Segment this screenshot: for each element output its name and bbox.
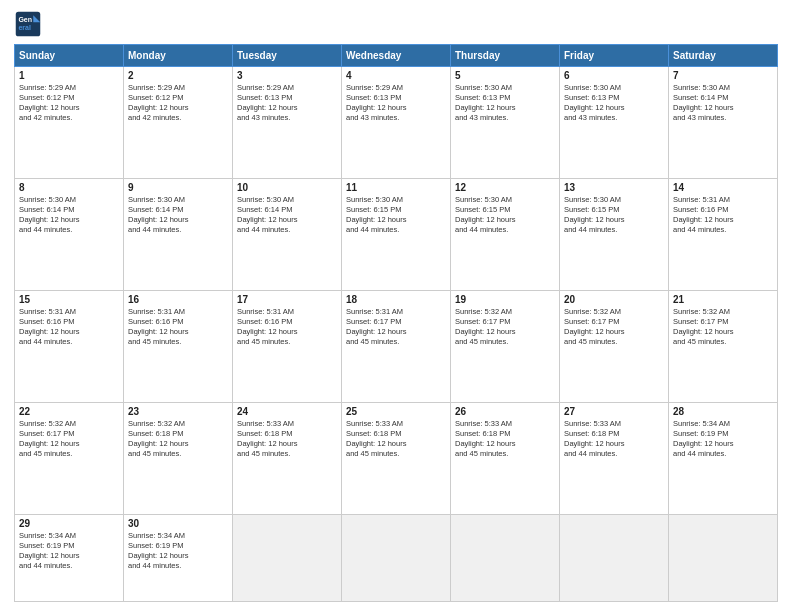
day-info: Sunrise: 5:34 AMSunset: 6:19 PMDaylight:…	[19, 531, 119, 572]
calendar-cell: 6Sunrise: 5:30 AMSunset: 6:13 PMDaylight…	[560, 67, 669, 179]
week-row-5: 29Sunrise: 5:34 AMSunset: 6:19 PMDayligh…	[15, 515, 778, 602]
calendar-cell: 10Sunrise: 5:30 AMSunset: 6:14 PMDayligh…	[233, 179, 342, 291]
calendar-cell	[669, 515, 778, 602]
calendar-table: Sunday Monday Tuesday Wednesday Thursday…	[14, 44, 778, 602]
day-number: 17	[237, 294, 337, 305]
day-info: Sunrise: 5:32 AMSunset: 6:18 PMDaylight:…	[128, 419, 228, 460]
day-info: Sunrise: 5:31 AMSunset: 6:16 PMDaylight:…	[237, 307, 337, 348]
calendar-cell: 16Sunrise: 5:31 AMSunset: 6:16 PMDayligh…	[124, 291, 233, 403]
day-info: Sunrise: 5:30 AMSunset: 6:13 PMDaylight:…	[564, 83, 664, 124]
day-number: 23	[128, 406, 228, 417]
day-number: 22	[19, 406, 119, 417]
col-friday: Friday	[560, 45, 669, 67]
day-number: 12	[455, 182, 555, 193]
day-number: 21	[673, 294, 773, 305]
calendar-cell: 15Sunrise: 5:31 AMSunset: 6:16 PMDayligh…	[15, 291, 124, 403]
calendar-cell	[451, 515, 560, 602]
calendar-cell: 23Sunrise: 5:32 AMSunset: 6:18 PMDayligh…	[124, 403, 233, 515]
calendar-cell: 13Sunrise: 5:30 AMSunset: 6:15 PMDayligh…	[560, 179, 669, 291]
day-number: 3	[237, 70, 337, 81]
col-monday: Monday	[124, 45, 233, 67]
day-number: 2	[128, 70, 228, 81]
calendar-cell: 9Sunrise: 5:30 AMSunset: 6:14 PMDaylight…	[124, 179, 233, 291]
day-info: Sunrise: 5:29 AMSunset: 6:12 PMDaylight:…	[19, 83, 119, 124]
col-sunday: Sunday	[15, 45, 124, 67]
day-number: 16	[128, 294, 228, 305]
calendar-cell: 29Sunrise: 5:34 AMSunset: 6:19 PMDayligh…	[15, 515, 124, 602]
calendar-cell: 19Sunrise: 5:32 AMSunset: 6:17 PMDayligh…	[451, 291, 560, 403]
day-number: 7	[673, 70, 773, 81]
calendar-cell: 1Sunrise: 5:29 AMSunset: 6:12 PMDaylight…	[15, 67, 124, 179]
day-info: Sunrise: 5:30 AMSunset: 6:15 PMDaylight:…	[455, 195, 555, 236]
day-number: 8	[19, 182, 119, 193]
calendar-cell: 11Sunrise: 5:30 AMSunset: 6:15 PMDayligh…	[342, 179, 451, 291]
svg-text:Gen: Gen	[18, 16, 32, 23]
week-row-2: 8Sunrise: 5:30 AMSunset: 6:14 PMDaylight…	[15, 179, 778, 291]
calendar-cell: 12Sunrise: 5:30 AMSunset: 6:15 PMDayligh…	[451, 179, 560, 291]
day-info: Sunrise: 5:31 AMSunset: 6:16 PMDaylight:…	[19, 307, 119, 348]
week-row-3: 15Sunrise: 5:31 AMSunset: 6:16 PMDayligh…	[15, 291, 778, 403]
calendar-cell: 8Sunrise: 5:30 AMSunset: 6:14 PMDaylight…	[15, 179, 124, 291]
calendar-cell: 17Sunrise: 5:31 AMSunset: 6:16 PMDayligh…	[233, 291, 342, 403]
calendar-cell: 4Sunrise: 5:29 AMSunset: 6:13 PMDaylight…	[342, 67, 451, 179]
day-number: 24	[237, 406, 337, 417]
day-info: Sunrise: 5:31 AMSunset: 6:16 PMDaylight:…	[128, 307, 228, 348]
day-info: Sunrise: 5:34 AMSunset: 6:19 PMDaylight:…	[128, 531, 228, 572]
col-wednesday: Wednesday	[342, 45, 451, 67]
calendar-cell	[560, 515, 669, 602]
logo: Gen eral	[14, 10, 46, 38]
day-info: Sunrise: 5:33 AMSunset: 6:18 PMDaylight:…	[346, 419, 446, 460]
col-thursday: Thursday	[451, 45, 560, 67]
day-number: 1	[19, 70, 119, 81]
day-info: Sunrise: 5:30 AMSunset: 6:14 PMDaylight:…	[673, 83, 773, 124]
calendar-cell: 2Sunrise: 5:29 AMSunset: 6:12 PMDaylight…	[124, 67, 233, 179]
calendar-cell: 7Sunrise: 5:30 AMSunset: 6:14 PMDaylight…	[669, 67, 778, 179]
day-number: 18	[346, 294, 446, 305]
calendar-cell: 30Sunrise: 5:34 AMSunset: 6:19 PMDayligh…	[124, 515, 233, 602]
calendar-cell: 20Sunrise: 5:32 AMSunset: 6:17 PMDayligh…	[560, 291, 669, 403]
calendar-cell	[342, 515, 451, 602]
day-info: Sunrise: 5:30 AMSunset: 6:13 PMDaylight:…	[455, 83, 555, 124]
day-number: 20	[564, 294, 664, 305]
page: Gen eral Sunday Monday Tuesday Wednesday…	[0, 0, 792, 612]
day-number: 26	[455, 406, 555, 417]
day-info: Sunrise: 5:29 AMSunset: 6:13 PMDaylight:…	[237, 83, 337, 124]
day-info: Sunrise: 5:30 AMSunset: 6:15 PMDaylight:…	[346, 195, 446, 236]
day-info: Sunrise: 5:32 AMSunset: 6:17 PMDaylight:…	[19, 419, 119, 460]
logo-icon: Gen eral	[14, 10, 42, 38]
calendar-cell: 21Sunrise: 5:32 AMSunset: 6:17 PMDayligh…	[669, 291, 778, 403]
day-info: Sunrise: 5:31 AMSunset: 6:16 PMDaylight:…	[673, 195, 773, 236]
day-info: Sunrise: 5:33 AMSunset: 6:18 PMDaylight:…	[237, 419, 337, 460]
day-number: 6	[564, 70, 664, 81]
calendar-cell: 22Sunrise: 5:32 AMSunset: 6:17 PMDayligh…	[15, 403, 124, 515]
day-info: Sunrise: 5:30 AMSunset: 6:14 PMDaylight:…	[19, 195, 119, 236]
calendar-cell: 5Sunrise: 5:30 AMSunset: 6:13 PMDaylight…	[451, 67, 560, 179]
day-info: Sunrise: 5:29 AMSunset: 6:13 PMDaylight:…	[346, 83, 446, 124]
calendar-cell	[233, 515, 342, 602]
day-number: 27	[564, 406, 664, 417]
week-row-1: 1Sunrise: 5:29 AMSunset: 6:12 PMDaylight…	[15, 67, 778, 179]
day-number: 15	[19, 294, 119, 305]
header: Gen eral	[14, 10, 778, 38]
day-number: 13	[564, 182, 664, 193]
day-info: Sunrise: 5:29 AMSunset: 6:12 PMDaylight:…	[128, 83, 228, 124]
day-info: Sunrise: 5:33 AMSunset: 6:18 PMDaylight:…	[455, 419, 555, 460]
col-tuesday: Tuesday	[233, 45, 342, 67]
day-number: 25	[346, 406, 446, 417]
svg-text:eral: eral	[18, 24, 31, 31]
header-row: Sunday Monday Tuesday Wednesday Thursday…	[15, 45, 778, 67]
day-info: Sunrise: 5:32 AMSunset: 6:17 PMDaylight:…	[455, 307, 555, 348]
day-number: 29	[19, 518, 119, 529]
day-info: Sunrise: 5:34 AMSunset: 6:19 PMDaylight:…	[673, 419, 773, 460]
day-info: Sunrise: 5:30 AMSunset: 6:15 PMDaylight:…	[564, 195, 664, 236]
day-info: Sunrise: 5:33 AMSunset: 6:18 PMDaylight:…	[564, 419, 664, 460]
calendar-cell: 14Sunrise: 5:31 AMSunset: 6:16 PMDayligh…	[669, 179, 778, 291]
day-number: 11	[346, 182, 446, 193]
day-info: Sunrise: 5:31 AMSunset: 6:17 PMDaylight:…	[346, 307, 446, 348]
calendar-cell: 3Sunrise: 5:29 AMSunset: 6:13 PMDaylight…	[233, 67, 342, 179]
col-saturday: Saturday	[669, 45, 778, 67]
day-info: Sunrise: 5:32 AMSunset: 6:17 PMDaylight:…	[564, 307, 664, 348]
calendar-cell: 24Sunrise: 5:33 AMSunset: 6:18 PMDayligh…	[233, 403, 342, 515]
day-number: 4	[346, 70, 446, 81]
day-info: Sunrise: 5:30 AMSunset: 6:14 PMDaylight:…	[128, 195, 228, 236]
